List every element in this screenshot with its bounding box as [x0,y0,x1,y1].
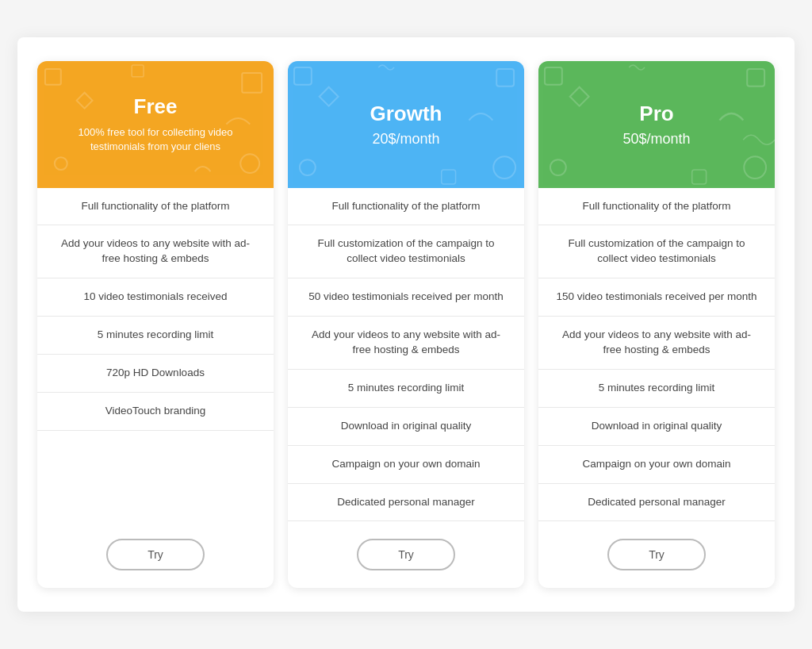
svg-rect-14 [692,170,707,184]
feature-item-growth-5: Download in original quality [288,408,524,446]
feature-item-free-5: VideoTouch branding [37,393,274,431]
feature-item-growth-1: Full customization of the campaign to co… [288,225,524,278]
plan-price-growth: 20$/month [372,131,439,148]
svg-rect-0 [45,68,61,84]
svg-rect-6 [496,68,514,86]
feature-item-growth-3: Add your videos to any website with ad-f… [288,317,524,370]
feature-item-growth-4: 5 minutes recording limit [288,370,524,408]
plan-header-free: Free100% free tool for collecting video … [37,61,274,188]
feature-item-free-2: 10 video testimonials received [37,278,274,317]
svg-rect-5 [294,67,312,84]
feature-item-pro-0: Full functionality of the platform [538,188,775,226]
svg-rect-11 [747,68,764,86]
feature-item-growth-6: Campaign on your own domain [288,446,524,484]
svg-point-2 [240,154,259,173]
plan-name-free: Free [134,94,178,119]
svg-point-7 [493,156,515,179]
try-button-pro[interactable]: Try [607,539,706,570]
pricing-container: Free100% free tool for collecting video … [17,37,795,613]
svg-rect-1 [242,72,262,92]
plan-features-growth: Full functionality of the platformFull c… [288,188,524,522]
plan-name-growth: Growth [370,102,442,126]
feature-item-growth-2: 50 video testimonials received per month [288,278,524,317]
svg-rect-4 [132,65,144,77]
plan-card-free: Free100% free tool for collecting video … [37,61,274,589]
svg-point-3 [55,157,67,170]
feature-item-pro-4: 5 minutes recording limit [538,370,775,408]
svg-rect-10 [545,67,562,84]
feature-item-pro-5: Download in original quality [538,408,775,446]
svg-point-8 [300,159,316,175]
plan-features-pro: Full functionality of the platformFull c… [538,188,775,522]
plan-tagline-free: 100% free tool for collecting video test… [53,125,258,154]
svg-point-13 [550,159,566,175]
plan-features-free: Full functionality of the platformAdd yo… [37,188,274,522]
svg-rect-9 [442,170,456,184]
feature-item-free-3: 5 minutes recording limit [37,317,274,355]
plan-card-pro: Pro50$/monthFull functionality of the pl… [538,61,775,589]
feature-item-free-1: Add your videos to any website with ad-f… [37,225,274,278]
plan-price-pro: 50$/month [622,131,690,148]
feature-item-growth-7: Dedicated personal manager [288,484,524,522]
try-button-free[interactable]: Try [106,539,205,570]
plan-footer-pro: Try [538,521,775,588]
feature-item-pro-1: Full customization of the campaign to co… [538,225,775,278]
feature-item-pro-6: Campaign on your own domain [538,446,775,484]
plan-footer-free: Try [37,521,274,588]
feature-item-free-4: 720p HD Downloads [37,355,274,393]
plan-footer-growth: Try [288,521,524,588]
feature-item-pro-3: Add your videos to any website with ad-f… [538,317,775,370]
feature-item-growth-0: Full functionality of the platform [288,188,524,226]
feature-item-pro-2: 150 video testimonials received per mont… [538,278,775,317]
try-button-growth[interactable]: Try [357,539,455,570]
plan-card-growth: Growth20$/monthFull functionality of the… [288,61,524,589]
plan-header-pro: Pro50$/month [538,61,775,188]
svg-point-12 [744,156,766,179]
feature-item-pro-7: Dedicated personal manager [538,484,775,522]
feature-item-free-0: Full functionality of the platform [37,188,274,226]
plan-name-pro: Pro [639,102,673,126]
plan-header-growth: Growth20$/month [288,61,524,188]
